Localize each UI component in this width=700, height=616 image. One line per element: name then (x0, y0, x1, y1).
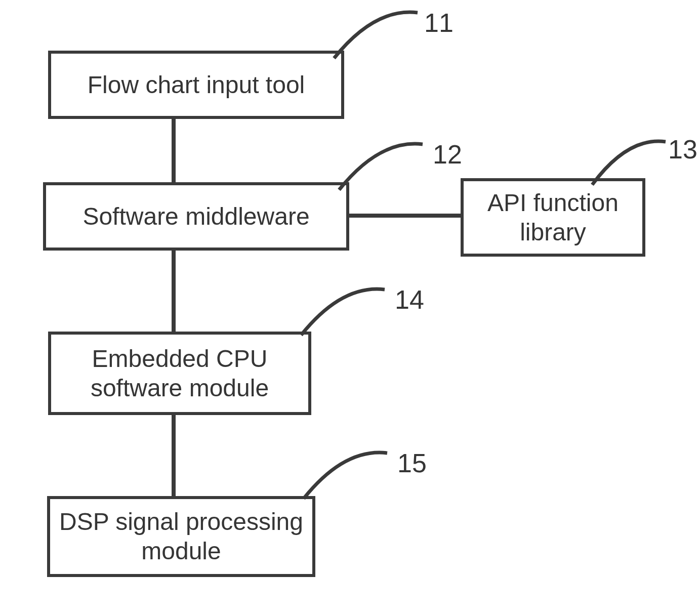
connector-12-13 (349, 214, 461, 218)
box-11-label: Flow chart input tool (88, 70, 305, 100)
ref-label-12: 12 (433, 139, 462, 170)
connector-14-15 (172, 415, 176, 496)
connector-11-12 (172, 119, 176, 182)
box-14-label: Embedded CPU software module (56, 344, 303, 402)
software-middleware-box: Software middleware (43, 182, 349, 251)
connector-12-14 (172, 251, 176, 332)
api-function-library-box: API function library (461, 178, 645, 257)
flowchart-input-tool-box: Flow chart input tool (48, 51, 344, 119)
dsp-signal-processing-box: DSP signal processing module (47, 496, 315, 577)
ref-label-11: 11 (424, 8, 454, 38)
callout-curve-13 (587, 137, 668, 187)
box-12-label: Software middleware (83, 202, 309, 231)
callout-curve-15 (299, 448, 390, 504)
callout-curve-12 (334, 139, 425, 195)
ref-label-14: 14 (395, 284, 424, 315)
embedded-cpu-module-box: Embedded CPU software module (48, 332, 311, 415)
box-13-label: API function library (469, 188, 637, 247)
ref-label-13: 13 (668, 134, 697, 165)
callout-curve-11 (329, 8, 420, 63)
box-15-label: DSP signal processing module (55, 507, 307, 565)
callout-curve-14 (296, 284, 387, 340)
ref-label-15: 15 (397, 448, 427, 478)
